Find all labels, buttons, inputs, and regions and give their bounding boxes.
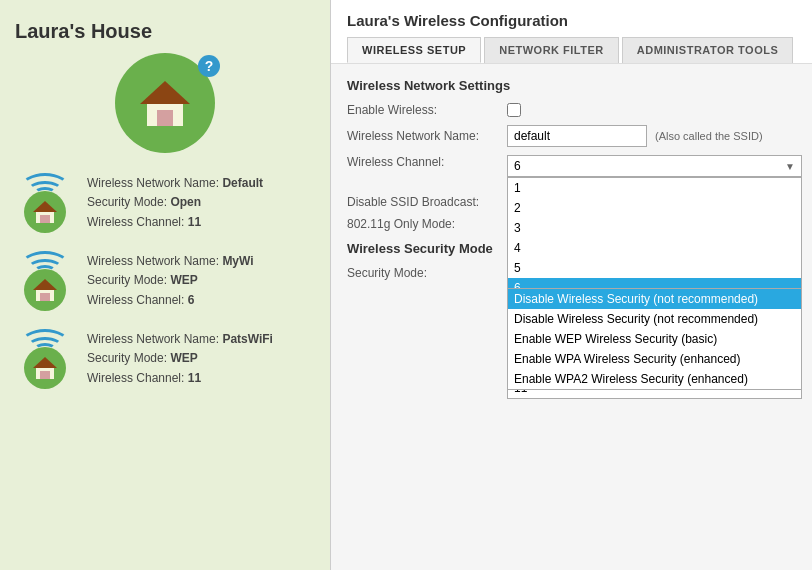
tabs-container: WIRELESS SETUP NETWORK FILTER ADMINISTRA… bbox=[347, 37, 802, 63]
network-security-row-3: Security Mode: WEP bbox=[87, 349, 273, 368]
svg-rect-2 bbox=[157, 110, 173, 126]
network-settings-title: Wireless Network Settings bbox=[347, 78, 802, 93]
disable-ssid-label: Disable SSID Broadcast: bbox=[347, 195, 507, 209]
svg-marker-3 bbox=[33, 201, 57, 212]
security-option-wpa2[interactable]: Enable WPA2 Wireless Security (enhanced) bbox=[508, 369, 801, 389]
channel-option-2[interactable]: 2 bbox=[508, 198, 801, 218]
network-security-label-3: Security Mode: bbox=[87, 351, 167, 365]
network-security-row-2: Security Mode: WEP bbox=[87, 271, 254, 290]
mini-house-circle bbox=[24, 347, 66, 389]
panel-title-text: Laura's Wireless Configuration bbox=[347, 12, 802, 29]
network-name-label-3: Wireless Network Name: bbox=[87, 332, 219, 346]
channel-dropdown-arrow: ▼ bbox=[785, 161, 795, 172]
channel-option-4[interactable]: 4 bbox=[508, 238, 801, 258]
network-name-label-2: Wireless Network Name: bbox=[87, 254, 219, 268]
channel-option-3[interactable]: 3 bbox=[508, 218, 801, 238]
network-security-label-2: Security Mode: bbox=[87, 273, 167, 287]
main-house-circle: ? bbox=[115, 53, 215, 153]
network-name-row-3: Wireless Network Name: PatsWiFi bbox=[87, 330, 273, 349]
security-option-wep[interactable]: Enable WEP Wireless Security (basic) bbox=[508, 329, 801, 349]
channel-option-5[interactable]: 5 bbox=[508, 258, 801, 278]
wifi-house-icon-2 bbox=[15, 251, 75, 311]
tab-network-filter[interactable]: NETWORK FILTER bbox=[484, 37, 619, 63]
network-security-value-3: WEP bbox=[170, 351, 197, 365]
network-name-value-2: MyWi bbox=[222, 254, 253, 268]
panel-title-bar: Laura's Wireless Configuration WIRELESS … bbox=[331, 0, 812, 64]
network-security-label-1: Security Mode: bbox=[87, 195, 167, 209]
network-name-input[interactable] bbox=[507, 125, 647, 147]
wifi-house-icon-1 bbox=[15, 173, 75, 233]
svg-marker-0 bbox=[140, 81, 190, 104]
network-name-label: Wireless Network Name: bbox=[347, 129, 507, 143]
network-name-hint: (Also called the SSID) bbox=[655, 130, 763, 142]
network-info-3: Wireless Network Name: PatsWiFi Security… bbox=[87, 330, 273, 388]
enable-wireless-checkbox[interactable] bbox=[507, 103, 521, 117]
network-channel-value-2: 6 bbox=[188, 293, 195, 307]
network-security-value-2: WEP bbox=[170, 273, 197, 287]
security-option-disable[interactable]: Disable Wireless Security (not recommend… bbox=[508, 289, 801, 309]
channel-label: Wireless Channel: bbox=[347, 155, 507, 169]
svg-rect-11 bbox=[40, 371, 50, 379]
security-dropdown[interactable]: Disable Wireless Security (not recommend… bbox=[507, 288, 802, 390]
mini-house-svg bbox=[31, 199, 59, 225]
network-channel-value-1: 11 bbox=[188, 215, 201, 229]
enable-wireless-row: Enable Wireless: bbox=[347, 103, 802, 117]
network-item-2: Wireless Network Name: MyWi Security Mod… bbox=[15, 251, 315, 311]
network-channel-label-1: Wireless Channel: bbox=[87, 215, 184, 229]
mini-house-circle bbox=[24, 269, 66, 311]
question-badge: ? bbox=[198, 55, 220, 77]
mini-house-circle bbox=[24, 191, 66, 233]
network-name-value-3: PatsWiFi bbox=[222, 332, 273, 346]
network-channel-row-3: Wireless Channel: 11 bbox=[87, 369, 273, 388]
network-list: Wireless Network Name: Default Security … bbox=[15, 173, 315, 389]
channel-dropdown-container: 6 ▼ 1 2 3 4 5 6 7 8 9 10 11 bbox=[507, 155, 802, 177]
channel-option-1[interactable]: 1 bbox=[508, 178, 801, 198]
wifi-house-icon-3 bbox=[15, 329, 75, 389]
security-option-wpa[interactable]: Enable WPA Wireless Security (enhanced) bbox=[508, 349, 801, 369]
network-channel-value-3: 11 bbox=[188, 371, 201, 385]
left-panel: Laura's House ? bbox=[0, 0, 330, 570]
security-option-disable2[interactable]: Disable Wireless Security (not recommend… bbox=[508, 309, 801, 329]
network-channel-label-2: Wireless Channel: bbox=[87, 293, 184, 307]
network-info-2: Wireless Network Name: MyWi Security Mod… bbox=[87, 252, 254, 310]
main-house-icon-container: ? bbox=[15, 53, 315, 153]
tab-admin-tools[interactable]: ADMINISTRATOR TOOLS bbox=[622, 37, 794, 63]
channel-selected[interactable]: 6 ▼ bbox=[507, 155, 802, 177]
mini-house-svg bbox=[31, 277, 59, 303]
security-mode-label: Security Mode: bbox=[347, 266, 507, 280]
network-info-1: Wireless Network Name: Default Security … bbox=[87, 174, 263, 232]
panel-content: Wireless Network Settings Enable Wireles… bbox=[331, 64, 812, 570]
svg-rect-5 bbox=[40, 215, 50, 223]
network-channel-label-3: Wireless Channel: bbox=[87, 371, 184, 385]
svg-rect-8 bbox=[40, 293, 50, 301]
svg-marker-6 bbox=[33, 279, 57, 290]
80211g-label: 802.11g Only Mode: bbox=[347, 217, 507, 231]
network-name-label-1: Wireless Network Name: bbox=[87, 176, 219, 190]
channel-selected-value: 6 bbox=[514, 159, 521, 173]
right-panel: Laura's Wireless Configuration WIRELESS … bbox=[330, 0, 812, 570]
channel-row: Wireless Channel: 6 ▼ 1 2 3 4 5 6 7 8 9 … bbox=[347, 155, 802, 177]
network-channel-row-1: Wireless Channel: 11 bbox=[87, 213, 263, 232]
network-name-row-1: Wireless Network Name: Default bbox=[87, 174, 263, 193]
network-item-1: Wireless Network Name: Default Security … bbox=[15, 173, 315, 233]
network-channel-row-2: Wireless Channel: 6 bbox=[87, 291, 254, 310]
page-title: Laura's House bbox=[15, 20, 315, 43]
mini-house-svg bbox=[31, 355, 59, 381]
main-house-svg bbox=[135, 76, 195, 131]
network-name-value-1: Default bbox=[222, 176, 263, 190]
network-item-3: Wireless Network Name: PatsWiFi Security… bbox=[15, 329, 315, 389]
network-security-value-1: Open bbox=[170, 195, 201, 209]
network-security-row-1: Security Mode: Open bbox=[87, 193, 263, 212]
network-name-row: Wireless Network Name: (Also called the … bbox=[347, 125, 802, 147]
network-name-row-2: Wireless Network Name: MyWi bbox=[87, 252, 254, 271]
svg-marker-9 bbox=[33, 357, 57, 368]
enable-wireless-label: Enable Wireless: bbox=[347, 103, 507, 117]
tab-wireless-setup[interactable]: WIRELESS SETUP bbox=[347, 37, 481, 63]
